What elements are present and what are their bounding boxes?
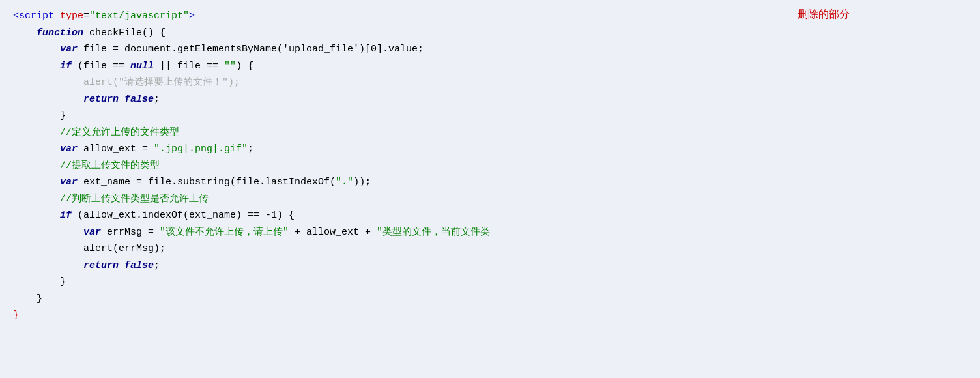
code-comment-2: //提取上传文件的类型: [60, 160, 160, 171]
code-line-7: }: [13, 108, 967, 124]
code-attr: type: [60, 10, 83, 22]
code-tag: <script: [13, 10, 60, 22]
code-line-2: function checkFile() {: [13, 25, 967, 42]
code-line-10: //提取上传文件的类型: [13, 158, 967, 175]
code-keyword-function: function: [36, 27, 83, 38]
code-line-4: if (file == null || file == "") {: [13, 58, 967, 75]
code-line-11: var ext_name = file.substring(file.lastI…: [13, 174, 967, 191]
code-line-19: }: [13, 307, 967, 324]
code-line-5: alert("请选择要上传的文件！");: [13, 74, 967, 91]
code-line-6: return false;: [13, 91, 967, 108]
deleted-label: 删除的部分: [798, 5, 850, 23]
code-comment-1: //定义允许上传的文件类型: [60, 127, 179, 138]
code-keyword-var: var: [60, 44, 78, 55]
code-line-3: var file = document.getElementsByName('u…: [13, 41, 967, 58]
code-keyword-if: if: [60, 61, 72, 72]
code-line-17: }: [13, 274, 967, 291]
code-line-9: var allow_ext = ".jpg|.png|.gif";: [13, 141, 967, 158]
code-line-8: //定义允许上传的文件类型: [13, 124, 967, 141]
code-comment-3: //判断上传文件类型是否允许上传: [60, 194, 209, 205]
code-line-15: alert(errMsg);: [13, 240, 967, 257]
code-line-12: //判断上传文件类型是否允许上传: [13, 191, 967, 208]
code-editor: 删除的部分 <script type="text/javascript"> fu…: [0, 0, 980, 378]
code-line-14: var errMsg = "该文件不允许上传，请上传" + allow_ext …: [13, 224, 967, 241]
code-line-18: }: [13, 291, 967, 308]
code-attrval: "text/javascript": [89, 10, 189, 22]
code-line-16: return false;: [13, 257, 967, 274]
code-line-13: if (allow_ext.indexOf(ext_name) == -1) {: [13, 207, 967, 224]
